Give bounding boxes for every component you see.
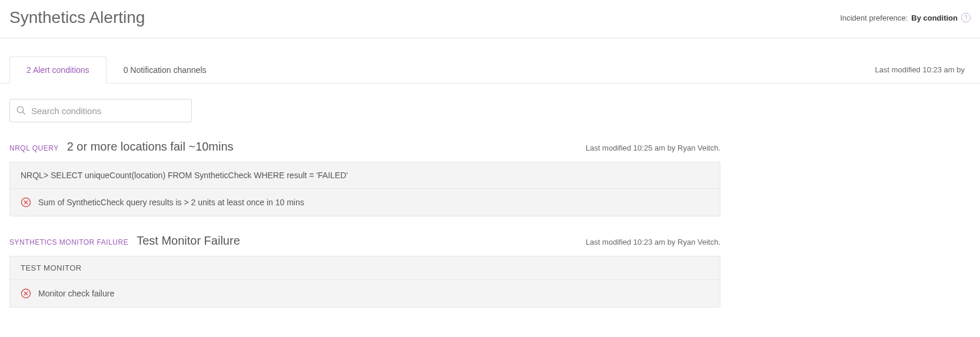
condition-block: NRQL QUERY 2 or more locations fail ~10m…: [9, 140, 720, 216]
content: NRQL QUERY 2 or more locations fail ~10m…: [0, 99, 730, 308]
condition-header: SYNTHETICS MONITOR FAILURE Test Monitor …: [9, 234, 720, 248]
incident-preference-label: Incident preference:: [840, 14, 908, 22]
search-wrap: [9, 99, 720, 122]
condition-type-label: NRQL QUERY: [9, 144, 59, 152]
page-header: Synthetics Alerting Incident preference:…: [0, 0, 980, 38]
condition-threshold-row: Monitor check failure: [10, 279, 720, 307]
critical-icon: [21, 197, 31, 208]
condition-query-row: NRQL> SELECT uniqueCount(location) FROM …: [10, 162, 720, 188]
search-input[interactable]: [31, 106, 185, 116]
page-title: Synthetics Alerting: [9, 8, 145, 27]
condition-block: SYNTHETICS MONITOR FAILURE Test Monitor …: [9, 234, 720, 308]
help-icon[interactable]: ?: [961, 13, 971, 22]
search-box[interactable]: [9, 99, 192, 122]
condition-title[interactable]: Test Monitor Failure: [137, 234, 240, 248]
condition-last-modified: Last modified 10:23 am by Ryan Veitch.: [586, 238, 720, 246]
tab-alert-conditions[interactable]: 2 Alert conditions: [9, 56, 107, 84]
condition-header: NRQL QUERY 2 or more locations fail ~10m…: [9, 140, 720, 154]
condition-threshold-text: Sum of SyntheticCheck query results is >…: [38, 198, 304, 207]
svg-point-0: [17, 106, 24, 113]
incident-preference[interactable]: Incident preference: By condition ?: [840, 13, 971, 22]
condition-threshold-row: Sum of SyntheticCheck query results is >…: [10, 188, 720, 216]
search-icon: [16, 105, 26, 116]
condition-title[interactable]: 2 or more locations fail ~10mins: [67, 140, 234, 154]
tab-notification-channels[interactable]: 0 Notification channels: [107, 56, 224, 84]
condition-threshold-text: Monitor check failure: [38, 289, 114, 298]
condition-type-label: SYNTHETICS MONITOR FAILURE: [9, 238, 128, 246]
svg-line-1: [22, 112, 25, 115]
critical-icon: [21, 288, 31, 299]
incident-preference-value: By condition: [911, 14, 958, 22]
tabs-row: 2 Alert conditions 0 Notification channe…: [0, 56, 980, 84]
condition-body: NRQL> SELECT uniqueCount(location) FROM …: [9, 162, 720, 216]
last-modified-summary: Last modified 10:23 am by: [875, 65, 971, 74]
condition-body: TEST MONITOR Monitor check failure: [9, 256, 720, 308]
condition-query-text: NRQL> SELECT uniqueCount(location) FROM …: [21, 171, 348, 180]
condition-last-modified: Last modified 10:25 am by Ryan Veitch.: [586, 144, 720, 152]
condition-subhead: TEST MONITOR: [10, 256, 720, 279]
tabs: 2 Alert conditions 0 Notification channe…: [9, 56, 224, 83]
